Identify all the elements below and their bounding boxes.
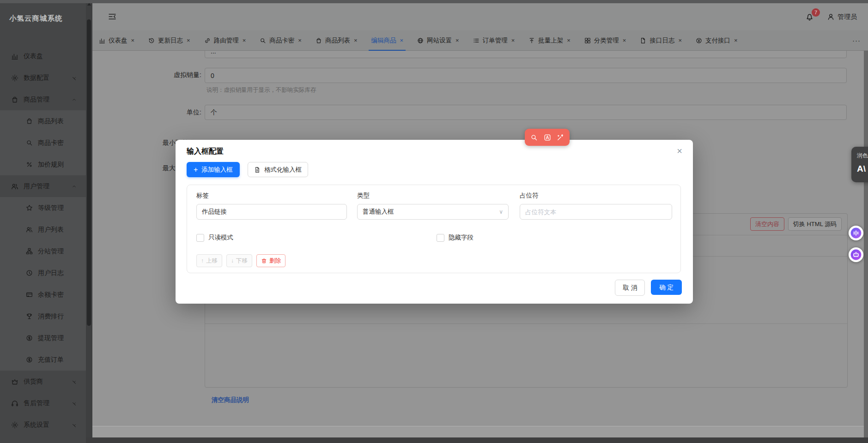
virtual-sales-label: 虚拟销量:	[139, 71, 201, 79]
sidebar-item[interactable]: 售后管理	[0, 392, 86, 414]
search-icon	[26, 139, 33, 146]
sidebar-item[interactable]: 系统设置	[0, 414, 86, 436]
tab-close-icon[interactable]: ×	[298, 37, 302, 44]
tab-close-icon[interactable]: ×	[131, 37, 135, 44]
search-icon[interactable]	[530, 134, 538, 141]
clear-content-button[interactable]: 清空内容	[750, 217, 784, 231]
move-up-button[interactable]: ↑ 上移	[196, 254, 222, 267]
ai-robot-widget[interactable]	[849, 247, 863, 262]
sidebar-item[interactable]: 数据配置	[0, 67, 86, 89]
translate-icon[interactable]	[544, 134, 551, 141]
sidebar-item[interactable]: 消费排行	[0, 305, 86, 327]
doc-icon	[254, 167, 261, 173]
sidebar-item[interactable]: 供货商	[0, 371, 86, 392]
sidebar-item[interactable]: 余额卡密	[0, 284, 86, 305]
sidebar-item[interactable]: 分站管理	[0, 240, 86, 262]
confirm-button[interactable]: 确 定	[651, 280, 682, 295]
add-input-label: 添加输入框	[201, 166, 233, 174]
sidebar-collapse-button[interactable]	[108, 12, 117, 21]
readonly-checkbox[interactable]: 只读模式	[196, 233, 233, 242]
unit-input[interactable]: 个	[205, 105, 847, 120]
trophy-icon	[26, 313, 33, 320]
sidebar-item[interactable]: 用户日志	[0, 262, 86, 284]
delete-button[interactable]: 删除	[256, 254, 285, 267]
type-select[interactable]: 普通输入框 ∨	[357, 204, 509, 220]
tab-close-icon[interactable]: ×	[243, 37, 246, 44]
search-icon	[260, 37, 266, 44]
tab-label: 商品卡密	[269, 36, 294, 45]
tab[interactable]: 支付接口×	[696, 30, 738, 50]
sidebar-item[interactable]: 充值订单	[0, 349, 86, 371]
app-root: 小氢云商城系统 仪表盘数据配置商品管理商品列表商品卡密加价规则用户管理等级管理用…	[0, 0, 868, 443]
chevron-down-icon	[72, 379, 77, 384]
tab-close-icon[interactable]: ×	[187, 37, 190, 44]
tab[interactable]: 批量上架×	[528, 30, 571, 50]
users-icon	[11, 183, 18, 190]
sidebar-scrollbar[interactable]	[86, 0, 92, 443]
hidden-field-checkbox[interactable]: 隐藏字段	[437, 233, 473, 242]
sidebar-item[interactable]: 商品列表	[0, 110, 86, 132]
add-input-button[interactable]: + 添加输入框	[187, 162, 240, 177]
tab[interactable]: 商品列表×	[316, 30, 358, 50]
tab[interactable]: 编辑商品×	[371, 30, 403, 50]
magic-wand-icon[interactable]	[557, 134, 564, 141]
tab-close-icon[interactable]: ×	[354, 37, 358, 44]
virtual-sales-input[interactable]: 0	[205, 68, 847, 83]
tab-label: 更新日志	[158, 36, 183, 45]
sidebar-item[interactable]: 等级管理	[0, 197, 86, 219]
notifications-button[interactable]: 7	[805, 12, 814, 21]
tab-close-icon[interactable]: ×	[678, 37, 682, 44]
tab[interactable]: 更新日志×	[148, 30, 190, 50]
modal-close-icon[interactable]: ×	[673, 144, 686, 158]
bag-icon-wrap	[26, 118, 33, 125]
chart-icon-wrap	[11, 53, 18, 60]
sidebar-item-label: 余额卡密	[38, 291, 64, 299]
label-field[interactable]	[196, 204, 347, 220]
sidebar-item-label: 充值订单	[38, 356, 64, 364]
clear-product-desc-link[interactable]: 清空商品说明	[212, 396, 249, 404]
tab-close-icon[interactable]: ×	[400, 37, 403, 44]
chevron-up-icon	[72, 97, 77, 102]
polish-panel[interactable]: 润色 A\	[851, 147, 868, 182]
sidebar-item-label: 商品管理	[24, 96, 49, 104]
sidebar-item[interactable]: 仪表盘	[0, 45, 86, 67]
format-input-button[interactable]: 格式化输入框	[248, 162, 308, 177]
placeholder-field[interactable]	[520, 204, 672, 220]
tab-close-icon[interactable]: ×	[623, 37, 626, 44]
sidebar-item[interactable]: 用户列表	[0, 219, 86, 240]
cancel-button[interactable]: 取 消	[615, 280, 645, 296]
tab[interactable]: 路由管理×	[204, 30, 246, 50]
sidebar-item[interactable]: 商品卡密	[0, 132, 86, 154]
tab[interactable]: 商品卡密×	[260, 30, 302, 50]
virtual-sales-value: 0	[211, 72, 214, 79]
sidebar-item[interactable]: 用户管理	[0, 175, 86, 197]
tabs-more-button[interactable]: ···	[852, 30, 861, 50]
sidebar-item[interactable]: 提现管理	[0, 327, 86, 349]
toggle-html-source-button[interactable]: 切换 HTML 源码	[788, 217, 842, 231]
search-icon	[530, 134, 538, 141]
voice-icon	[850, 227, 862, 239]
tab-close-icon[interactable]: ×	[734, 37, 738, 44]
tab[interactable]: 订单管理×	[473, 30, 515, 50]
sidebar-scrollbar-thumb[interactable]	[87, 19, 91, 326]
window-top-edge	[0, 0, 868, 3]
link-icon	[204, 37, 211, 44]
sidebar-item[interactable]: 加价规则	[0, 154, 86, 175]
tab[interactable]: 仪表盘×	[99, 30, 134, 50]
sidebar-item[interactable]: 万能接口	[0, 436, 86, 443]
supplier-icon-wrap	[11, 378, 18, 385]
tab[interactable]: 网站设置×	[417, 30, 459, 50]
gear-icon	[11, 421, 18, 429]
tab[interactable]: 分类管理×	[584, 30, 626, 50]
chevdown-icon	[72, 379, 77, 384]
voice-assistant-widget[interactable]	[849, 226, 863, 240]
tab[interactable]: 接口日志×	[640, 30, 682, 50]
tab-close-icon[interactable]: ×	[511, 37, 515, 44]
gear-icon	[11, 74, 18, 82]
sidebar-item[interactable]: 商品管理	[0, 89, 86, 110]
tab-close-icon[interactable]: ×	[567, 37, 571, 44]
admin-menu[interactable]: 管理员	[827, 13, 857, 21]
move-down-button[interactable]: ↓ 下移	[226, 254, 252, 267]
editor-divider	[205, 323, 847, 324]
tab-close-icon[interactable]: ×	[455, 37, 459, 44]
